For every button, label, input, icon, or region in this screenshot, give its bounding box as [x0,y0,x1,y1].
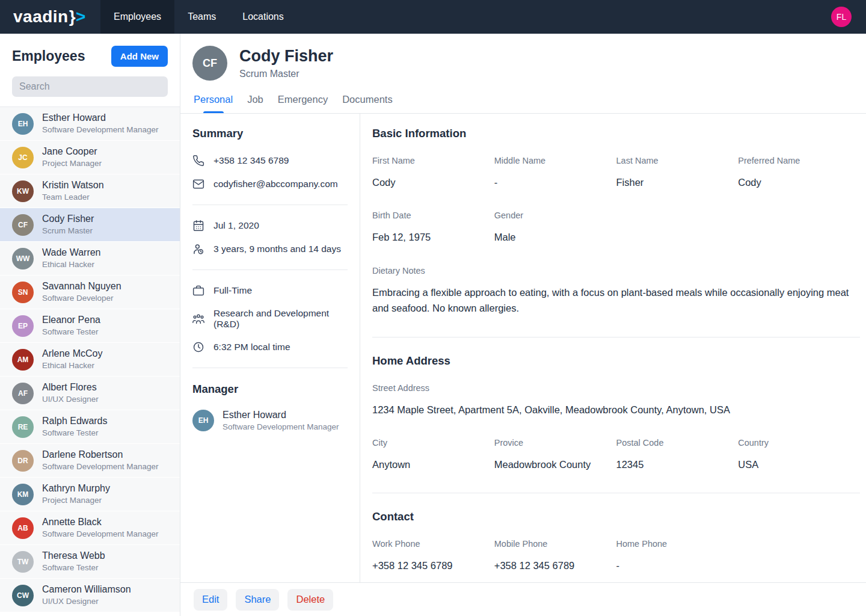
field-label: Birth Date [372,211,494,220]
field-value: - [616,558,739,573]
employee-avatar: SN [12,282,34,303]
manager-item[interactable]: EH Esther Howard Software Development Ma… [192,409,348,432]
employee-list-item[interactable]: WW Wade Warren Ethical Hacker [0,242,180,276]
phone-icon [192,155,204,167]
employee-avatar: RE [12,416,34,438]
employee-avatar: EP [12,315,34,337]
team-icon [192,313,204,325]
summary-email-row: codyfisher@abccompany.com [192,178,348,190]
summary-start-date: Jul 1, 2020 [213,220,259,231]
employee-avatar: KW [12,180,34,202]
field-label: First Name [372,156,494,165]
employee-role: Software Developer [42,293,121,304]
delete-button[interactable]: Delete [287,589,333,611]
employee-list-item[interactable]: EH Esther Howard Software Development Ma… [0,107,180,141]
employee-role: Software Tester [42,327,100,337]
profile-tab[interactable]: Job [240,89,271,113]
employee-role: Ethical Hacker [42,360,102,371]
employee-sidebar: Employees Add New EH Esther Howard Softw… [0,34,180,616]
field-value: Meadowbrook County [494,457,616,472]
summary-employment-row: Full-Time [192,285,348,297]
employee-name: Annette Black [42,516,159,529]
employee-avatar: TW [12,551,34,573]
search-input[interactable] [12,76,168,97]
field-value: Embracing a flexible approach to eating,… [372,285,860,316]
employee-list-item[interactable]: KM Kathryn Murphy Project Manager [0,478,180,511]
employee-list-item[interactable]: TW Theresa Webb Software Tester [0,545,180,579]
action-bar: Edit Share Delete [180,582,866,616]
nav-item[interactable]: Teams [174,0,229,34]
logo-brace: } [69,7,76,26]
summary-start-date-row: Jul 1, 2020 [192,220,348,232]
nav-item-label: Teams [188,11,216,22]
employee-name: Eleanor Pena [42,314,100,327]
details-panel: Basic Information First Name Cody Middle… [360,114,866,616]
logo-text: vaadin [13,7,69,26]
basic-info-row-2: Birth Date Feb 12, 1975 Gender Male [372,211,860,265]
field-label: City [372,438,494,448]
field-value: Male [494,229,616,245]
employee-name: Cameron Williamson [42,584,131,596]
summary-tenure-row: 3 years, 9 months and 14 days [192,243,348,255]
field: Country USA [738,438,860,472]
profile-tab[interactable]: Emergency [271,89,335,113]
field: Middle Name - [494,156,616,190]
section-divider [372,493,860,493]
field-value: USA [738,457,860,472]
employee-list-item[interactable]: AM Arlene McCoy Ethical Hacker [0,343,180,377]
employee-role: Software Development Manager [42,125,159,135]
field: Work Phone +358 12 345 6789 [372,539,494,573]
employee-list-item[interactable]: RE Ralph Edwards Software Tester [0,410,180,444]
vaadin-logo[interactable]: vaadin}> [0,0,99,34]
profile-tab[interactable]: Documents [335,89,399,113]
nav-item[interactable]: Locations [229,0,297,34]
field-label: Provice [494,438,616,448]
employee-list-item[interactable]: JC Jane Cooper Project Manager [0,141,180,174]
summary-local-time: 6:32 PM local time [213,342,290,353]
profile-tab[interactable]: Personal [186,89,240,113]
employee-name: Cody Fisher [42,213,94,226]
employee-list-item[interactable]: KW Kristin Watson Team Leader [0,174,180,208]
field-value: Feb 12, 1975 [372,229,494,245]
nav-item[interactable]: Employees [100,0,174,34]
field-value: Cody [372,174,494,190]
employee-name: Wade Warren [42,247,101,259]
tab-label: Emergency [278,94,328,105]
share-button[interactable]: Share [236,589,279,611]
employee-role: UI/UX Designer [42,596,131,607]
employee-list-item[interactable]: CF Cody Fisher Scrum Master [0,208,180,242]
field-label: Street Address [372,383,860,393]
employee-role: Project Manager [42,158,102,169]
field-label: Mobile Phone [494,539,616,549]
field-value: +358 12 345 6789 [372,558,494,573]
basic-info-row-1: First Name Cody Middle Name - Last Name … [372,156,860,211]
employee-list-item[interactable]: AB Annette Black Software Development Ma… [0,511,180,545]
employee-avatar: KM [12,484,34,505]
employee-role: UI/UX Designer [42,394,99,405]
clock-icon [192,341,204,353]
basic-info-title: Basic Information [372,127,860,140]
dietary-notes-field: Dietary Notes Embracing a flexible appro… [372,266,860,316]
field-label: Gender [494,211,616,220]
employee-list-item[interactable]: CW Cameron Williamson UI/UX Designer [0,579,180,612]
user-avatar[interactable]: FL [831,7,852,27]
add-new-button[interactable]: Add New [111,46,168,67]
employee-list-item[interactable]: SN Savannah Nguyen Software Developer [0,276,180,309]
profile-tabs: Personal Job Emergency Documents [180,81,866,114]
field-value: Cody [738,174,860,190]
employee-list-item[interactable]: AF Albert Flores UI/UX Designer [0,377,180,410]
employee-avatar: EH [12,113,34,135]
employee-name: Jane Cooper [42,146,102,158]
field-label: Home Phone [616,539,739,549]
employee-list-item[interactable]: DR Darlene Robertson Software Developmen… [0,444,180,478]
manager-section-title: Manager [192,383,348,396]
profile-header: CF Cody Fisher Scrum Master [180,34,866,81]
profile-avatar: CF [192,46,227,81]
employee-role: Software Development Manager [42,529,159,540]
summary-divider [192,270,348,270]
contact-title: Contact [372,510,860,523]
employee-list-item[interactable]: EP Eleanor Pena Software Tester [0,309,180,343]
edit-button[interactable]: Edit [194,589,227,611]
employee-role: Scrum Master [42,226,94,236]
employee-avatar: AF [12,383,34,404]
